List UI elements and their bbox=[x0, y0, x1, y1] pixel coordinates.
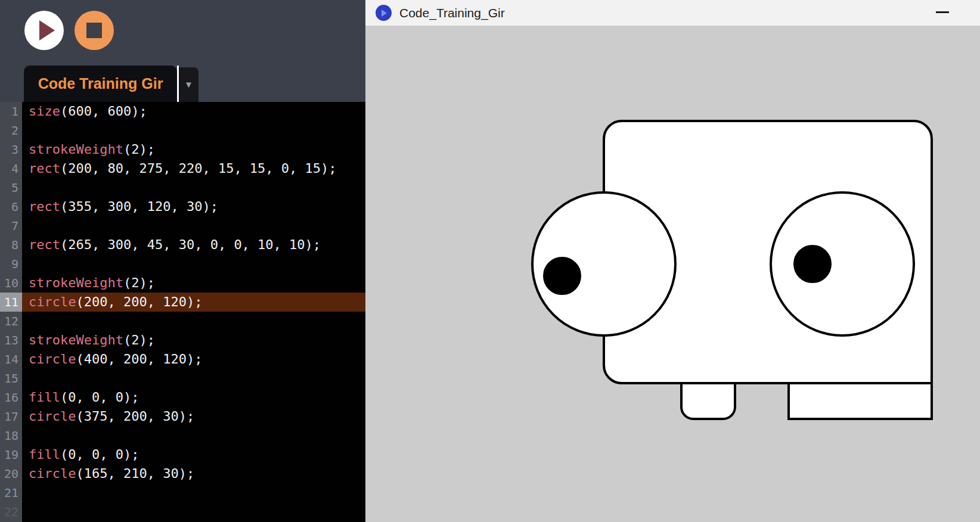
line-number: 12 bbox=[0, 312, 22, 331]
code-line-2[interactable]: 2 bbox=[0, 121, 365, 140]
code-line-12[interactable]: 12 bbox=[0, 312, 365, 331]
code-text bbox=[22, 178, 29, 197]
editor-lines: 1size(600, 600);23strokeWeight(2);4rect(… bbox=[0, 102, 365, 521]
code-text: fill(0, 0, 0); bbox=[22, 445, 139, 464]
line-number: 19 bbox=[0, 445, 22, 464]
code-line-11[interactable]: 11circle(200, 200, 120); bbox=[0, 293, 365, 312]
line-number: 20 bbox=[0, 464, 22, 483]
code-text: circle(375, 200, 30); bbox=[22, 407, 194, 426]
line-number: 14 bbox=[0, 350, 22, 369]
sketch-window: Code_Training_Gir bbox=[365, 0, 980, 522]
code-text bbox=[22, 216, 29, 235]
code-line-17[interactable]: 17circle(375, 200, 30); bbox=[0, 407, 365, 426]
code-line-20[interactable]: 20circle(165, 210, 30); bbox=[0, 464, 365, 483]
code-text bbox=[22, 254, 29, 274]
play-icon bbox=[39, 20, 55, 41]
line-number: 1 bbox=[0, 102, 22, 121]
code-text: rect(265, 300, 45, 30, 0, 0, 10, 10); bbox=[22, 235, 321, 254]
line-number: 9 bbox=[0, 254, 22, 274]
stop-icon bbox=[86, 23, 102, 38]
line-number: 2 bbox=[0, 121, 22, 140]
code-text bbox=[22, 121, 29, 140]
line-number: 16 bbox=[0, 388, 22, 407]
line-number: 22 bbox=[0, 502, 22, 521]
code-text: fill(0, 0, 0); bbox=[22, 388, 139, 407]
code-line-16[interactable]: 16fill(0, 0, 0); bbox=[0, 388, 365, 407]
ide-toolbar: Code Training Gir ▼ bbox=[0, 0, 365, 102]
line-number: 8 bbox=[0, 235, 22, 254]
sketch-window-title: Code_Training_Gir bbox=[399, 6, 505, 20]
code-text bbox=[22, 369, 29, 388]
code-editor[interactable]: 1size(600, 600);23strokeWeight(2);4rect(… bbox=[0, 102, 365, 522]
code-line-19[interactable]: 19fill(0, 0, 0); bbox=[0, 445, 365, 464]
code-line-21[interactable]: 21 bbox=[0, 483, 365, 502]
line-number: 15 bbox=[0, 369, 22, 388]
run-button[interactable] bbox=[24, 11, 64, 50]
app-window: Code Training Gir ▼ 1size(600, 600);23st… bbox=[0, 0, 980, 522]
line-number: 13 bbox=[0, 331, 22, 350]
code-text bbox=[22, 502, 29, 521]
code-line-6[interactable]: 6rect(355, 300, 120, 30); bbox=[0, 197, 365, 216]
code-line-10[interactable]: 10strokeWeight(2); bbox=[0, 274, 365, 293]
line-number: 21 bbox=[0, 483, 22, 502]
line-number: 18 bbox=[0, 426, 22, 445]
code-line-4[interactable]: 4rect(200, 80, 275, 220, 15, 15, 0, 15); bbox=[0, 159, 365, 178]
code-text: strokeWeight(2); bbox=[22, 274, 155, 293]
code-text bbox=[22, 312, 29, 331]
code-line-7[interactable]: 7 bbox=[0, 216, 365, 235]
code-line-5[interactable]: 5 bbox=[0, 178, 365, 197]
code-line-14[interactable]: 14circle(400, 200, 120); bbox=[0, 350, 365, 369]
code-line-3[interactable]: 3strokeWeight(2); bbox=[0, 140, 365, 159]
code-line-22[interactable]: 22 bbox=[0, 502, 365, 521]
sketch-titlebar[interactable]: Code_Training_Gir bbox=[365, 0, 980, 26]
code-line-9[interactable]: 9 bbox=[0, 254, 365, 274]
line-number: 6 bbox=[0, 197, 22, 216]
code-text: rect(200, 80, 275, 220, 15, 15, 0, 15); bbox=[22, 159, 337, 178]
code-text: circle(400, 200, 120); bbox=[22, 350, 202, 369]
line-number: 5 bbox=[0, 178, 22, 197]
code-line-1[interactable]: 1size(600, 600); bbox=[0, 102, 365, 121]
line-number: 4 bbox=[0, 159, 22, 178]
tab-dropdown-button[interactable]: ▼ bbox=[179, 67, 199, 102]
tab-code-training-gir[interactable]: Code Training Gir bbox=[24, 66, 177, 102]
chevron-down-icon: ▼ bbox=[184, 79, 193, 89]
line-number: 11 bbox=[0, 293, 22, 312]
sketch-canvas bbox=[365, 26, 980, 522]
code-text bbox=[22, 426, 29, 445]
minimize-icon bbox=[936, 11, 949, 13]
line-number: 10 bbox=[0, 274, 22, 293]
line-number: 17 bbox=[0, 407, 22, 426]
sketch-drawing bbox=[365, 26, 980, 522]
minimize-button[interactable] bbox=[928, 2, 957, 21]
code-line-8[interactable]: 8rect(265, 300, 45, 30, 0, 0, 10, 10); bbox=[0, 235, 365, 254]
code-text: circle(165, 210, 30); bbox=[22, 464, 194, 483]
ide-pane: Code Training Gir ▼ 1size(600, 600);23st… bbox=[0, 0, 365, 522]
code-text bbox=[22, 483, 29, 502]
code-text: size(600, 600); bbox=[22, 102, 147, 121]
stop-button[interactable] bbox=[75, 11, 114, 50]
processing-sketch-icon bbox=[376, 5, 392, 21]
code-line-13[interactable]: 13strokeWeight(2); bbox=[0, 331, 365, 350]
code-text: strokeWeight(2); bbox=[22, 331, 155, 350]
line-number: 7 bbox=[0, 216, 22, 235]
code-line-15[interactable]: 15 bbox=[0, 369, 365, 388]
line-number: 3 bbox=[0, 140, 22, 159]
code-line-18[interactable]: 18 bbox=[0, 426, 365, 445]
code-text: strokeWeight(2); bbox=[22, 140, 155, 159]
code-text: rect(355, 300, 120, 30); bbox=[22, 197, 218, 216]
code-text: circle(200, 200, 120); bbox=[22, 293, 202, 312]
play-icon bbox=[382, 10, 387, 17]
